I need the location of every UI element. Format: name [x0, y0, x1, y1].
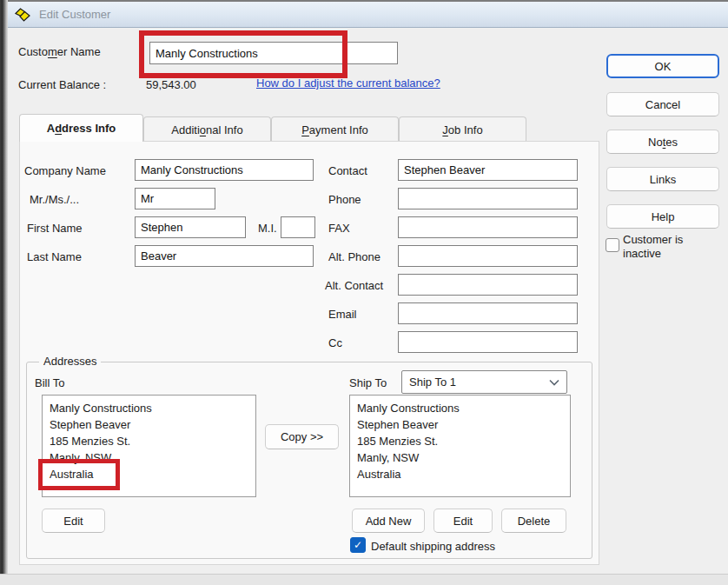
phone-input[interactable] — [398, 188, 578, 209]
check-icon: ✓ — [354, 539, 362, 551]
delete-address-button[interactable]: Delete — [501, 509, 566, 533]
label-mnemonic: P — [301, 123, 309, 136]
links-button[interactable]: Links — [606, 167, 719, 191]
background-window-edge — [0, 0, 8, 585]
address-line: Manly Constructions — [357, 400, 563, 416]
email-input[interactable] — [398, 302, 578, 324]
alt-contact-input[interactable] — [398, 274, 578, 296]
salutation-label: Mr./Ms./... — [30, 193, 79, 206]
alt-contact-label: Alt. Contact — [325, 279, 383, 292]
first-name-input[interactable] — [135, 216, 246, 238]
alt-phone-label: Alt. Phone — [328, 250, 381, 263]
current-balance-label: Current Balance : — [18, 78, 106, 91]
customer-inactive-label: Customer is inactive — [623, 233, 710, 261]
salutation-input[interactable] — [135, 188, 215, 209]
company-name-input[interactable] — [135, 159, 314, 181]
cc-label: Cc — [328, 336, 342, 349]
edit-customer-dialog: Edit Customer Customer Name Current Bala… — [8, 0, 728, 574]
tab-address-info[interactable]: Address Info — [19, 114, 143, 142]
contact-label: Contact — [328, 164, 367, 177]
tab-label: Payment Info — [301, 123, 368, 136]
address-line: Stephen Beaver — [357, 416, 563, 433]
middle-initial-label: M.I. — [258, 222, 277, 235]
ship-to-edit-button[interactable]: Edit — [433, 509, 493, 533]
label-text: Additi — [171, 123, 200, 136]
addresses-group-label: Addresses — [39, 355, 101, 368]
ship-to-address-box[interactable]: Manly Constructions Stephen Beaver 185 M… — [349, 395, 571, 497]
address-line: Manly, NSW — [357, 449, 563, 466]
last-name-label: Last Name — [27, 250, 82, 263]
label-text: nal Info — [206, 123, 243, 136]
bill-to-address-box[interactable]: Manly Constructions Stephen Beaver 185 M… — [42, 395, 256, 497]
ship-to-select[interactable]: Ship To 1 — [401, 370, 567, 394]
label-mnemonic: d — [55, 122, 62, 135]
tab-label: Address Info — [47, 122, 116, 135]
first-name-label: First Name — [27, 222, 83, 235]
label-text: No — [648, 136, 663, 149]
adjust-balance-link[interactable]: How do I adjust the current balance? — [256, 76, 440, 90]
address-line: Manly Constructions — [50, 400, 248, 416]
default-shipping-label: Default shipping address — [371, 540, 495, 553]
label-text: ayment Info — [309, 123, 368, 136]
fax-label: FAX — [328, 222, 350, 235]
address-line: Stephen Beaver — [50, 416, 248, 433]
label-text: Custo — [18, 45, 48, 58]
tab-additional-info[interactable]: Additional Info — [143, 116, 271, 142]
label-text: ob Info — [448, 123, 483, 136]
bill-to-edit-button[interactable]: Edit — [42, 509, 105, 533]
help-button[interactable]: Help — [606, 204, 719, 229]
email-label: Email — [328, 308, 357, 321]
middle-initial-input[interactable] — [281, 216, 315, 238]
current-balance-value: 59,543.00 — [146, 78, 196, 91]
add-new-address-button[interactable]: Add New — [352, 509, 425, 533]
label-mnemonic: o — [200, 123, 206, 136]
copy-address-button[interactable]: Copy >> — [265, 424, 339, 449]
address-line: Australia — [357, 466, 563, 482]
company-name-label: Company Name — [24, 164, 106, 177]
chevron-down-icon — [549, 379, 559, 386]
contact-input[interactable] — [398, 159, 578, 181]
label-text: er Name — [57, 45, 101, 58]
ok-button[interactable]: OK — [606, 54, 719, 78]
customer-name-label: Customer Name — [18, 45, 101, 58]
alt-phone-input[interactable] — [398, 245, 578, 267]
label-mnemonic: m — [48, 45, 57, 58]
label-text: dress Info — [62, 122, 116, 135]
default-shipping-checkbox[interactable]: ✓ — [350, 537, 366, 553]
address-line: Manly, NSW — [50, 449, 248, 466]
cancel-button[interactable]: Cancel — [606, 92, 719, 116]
label-text: es — [665, 136, 678, 149]
ship-to-label: Ship To — [349, 376, 387, 389]
screen: Edit Customer Customer Name Current Bala… — [0, 0, 728, 585]
dialog-title: Edit Customer — [39, 8, 110, 21]
tab-job-info[interactable]: Job Info — [399, 116, 526, 142]
notes-button[interactable]: Notes — [606, 130, 719, 154]
cc-input[interactable] — [398, 331, 578, 353]
address-line: 185 Menzies St. — [50, 433, 248, 449]
address-line: 185 Menzies St. — [357, 433, 563, 449]
ship-to-selected-value: Ship To 1 — [409, 376, 456, 389]
fax-input[interactable] — [398, 216, 578, 238]
phone-label: Phone — [328, 193, 361, 206]
background-strip — [0, 574, 728, 585]
customer-inactive-checkbox[interactable] — [606, 238, 619, 252]
address-line: Australia — [50, 466, 248, 482]
dialog-titlebar[interactable]: Edit Customer — [8, 2, 728, 28]
bill-to-label: Bill To — [35, 376, 64, 389]
button-label: Notes — [648, 136, 678, 149]
tab-payment-info[interactable]: Payment Info — [271, 116, 399, 142]
label-text: A — [47, 122, 55, 135]
tab-label: Additional Info — [171, 123, 242, 136]
customer-handshake-icon — [15, 8, 31, 22]
tab-label: Job Info — [442, 123, 482, 136]
customer-name-input[interactable] — [149, 42, 398, 64]
last-name-input[interactable] — [135, 245, 314, 267]
